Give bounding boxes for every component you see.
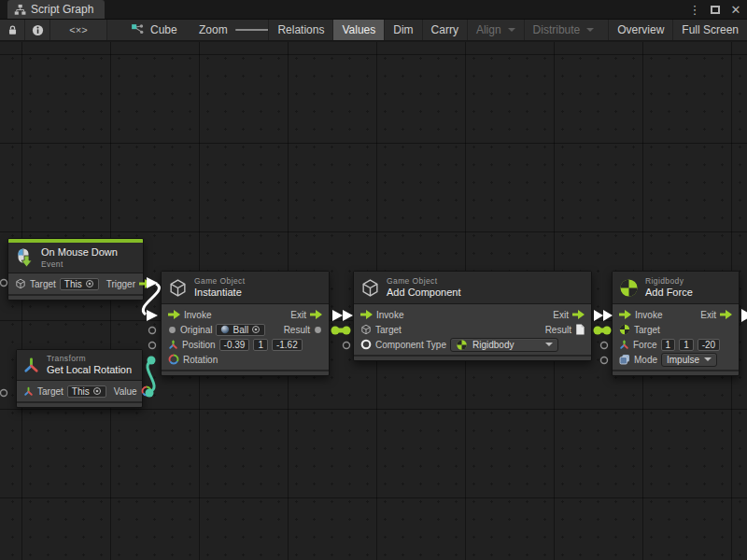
position-z-field[interactable]: -1.62 bbox=[272, 339, 303, 351]
original-value-chip[interactable]: Ball bbox=[216, 324, 265, 336]
position-y-field[interactable]: 1 bbox=[253, 339, 268, 351]
node-subtitle: Event bbox=[41, 259, 118, 270]
game-object-icon bbox=[168, 278, 188, 298]
mode-value: Impulse bbox=[667, 355, 699, 365]
component-type-value: Rigidbody bbox=[472, 340, 514, 350]
port-target-label: Target bbox=[634, 325, 660, 335]
rigidbody-icon[interactable] bbox=[619, 324, 630, 335]
port-result-label: Result bbox=[545, 325, 571, 335]
node-title: On Mouse Down bbox=[41, 246, 118, 259]
distribute-button[interactable]: Distribute bbox=[524, 20, 603, 40]
port-force-label: Force bbox=[633, 340, 657, 350]
flow-arrow-icon[interactable] bbox=[168, 310, 180, 319]
node-footer bbox=[613, 370, 739, 375]
node-footer bbox=[8, 294, 143, 300]
info-icon bbox=[32, 24, 44, 36]
force-x-field[interactable]: 1 bbox=[661, 339, 676, 351]
node-category: Game Object bbox=[387, 276, 461, 287]
game-object-icon bbox=[15, 278, 26, 289]
port-exit-label: Exit bbox=[290, 310, 306, 320]
port-rotation-label: Rotation bbox=[183, 355, 218, 365]
chevron-down-icon bbox=[704, 357, 712, 361]
overview-button[interactable]: Overview bbox=[608, 20, 672, 40]
node-add-force[interactable]: Rigidbody Add Force Invoke Exit Ta bbox=[612, 271, 740, 376]
port-value-label: Value bbox=[114, 386, 137, 397]
object-picker-icon[interactable] bbox=[92, 386, 102, 396]
object-picker-icon[interactable] bbox=[85, 279, 94, 288]
port-invoke-label: Invoke bbox=[376, 310, 403, 320]
mode-enum-icon[interactable] bbox=[619, 354, 630, 365]
chevron-down-icon bbox=[545, 343, 553, 346]
lock-button[interactable] bbox=[0, 20, 25, 40]
mouse-down-icon bbox=[14, 247, 35, 268]
game-object-icon bbox=[360, 278, 380, 298]
align-button[interactable]: Align bbox=[467, 20, 524, 40]
lock-icon bbox=[7, 24, 19, 36]
code-view-button[interactable]: <×> bbox=[50, 20, 107, 40]
chevron-down-icon bbox=[508, 28, 515, 32]
flow-arrow-icon[interactable] bbox=[720, 310, 732, 319]
script-graph-window: Script Graph ⋮ ✕ <×> bbox=[0, 0, 747, 560]
fullscreen-button[interactable]: Full Screen bbox=[672, 20, 747, 40]
inspect-button[interactable] bbox=[25, 20, 50, 40]
mode-dropdown[interactable]: Impulse bbox=[661, 353, 717, 367]
flow-arrow-icon[interactable] bbox=[139, 279, 151, 288]
target-value-chip[interactable]: This bbox=[67, 385, 106, 398]
flow-arrow-icon[interactable] bbox=[360, 310, 373, 319]
rigidbody-icon bbox=[619, 278, 639, 298]
force-z-field[interactable]: -20 bbox=[698, 339, 720, 351]
position-x-field[interactable]: -0.39 bbox=[219, 339, 250, 351]
port-mode-label: Mode bbox=[634, 355, 657, 365]
rotation-icon[interactable] bbox=[168, 354, 179, 365]
node-footer bbox=[162, 370, 329, 375]
values-button[interactable]: Values bbox=[332, 20, 384, 40]
component-type-dropdown[interactable]: Rigidbody bbox=[450, 338, 558, 352]
value-port-icon[interactable] bbox=[314, 326, 322, 334]
game-object-icon[interactable] bbox=[360, 324, 372, 335]
node-category: Transform bbox=[47, 354, 132, 364]
original-value: Ball bbox=[233, 325, 248, 335]
close-icon[interactable]: ✕ bbox=[728, 2, 743, 17]
port-trigger-label: Trigger bbox=[106, 279, 135, 289]
maximize-icon[interactable] bbox=[708, 2, 723, 17]
dim-button[interactable]: Dim bbox=[384, 20, 421, 40]
node-get-local-rotation[interactable]: Transform Get Local Rotation Target This… bbox=[16, 349, 143, 408]
carry-button[interactable]: Carry bbox=[422, 20, 467, 40]
node-category: Rigidbody bbox=[645, 276, 693, 287]
position-icon[interactable] bbox=[168, 340, 178, 350]
window-menu-icon[interactable]: ⋮ bbox=[687, 2, 702, 17]
relations-button[interactable]: Relations bbox=[268, 20, 332, 40]
node-title: Add Force bbox=[645, 287, 693, 300]
port-original-label: Original bbox=[180, 325, 212, 335]
ball-object-icon bbox=[220, 325, 230, 334]
port-exit-label: Exit bbox=[553, 310, 569, 320]
node-instantiate[interactable]: Game Object Instantiate Invoke Exit bbox=[161, 271, 330, 376]
flow-arrow-icon[interactable] bbox=[310, 310, 322, 319]
chevron-down-icon bbox=[586, 28, 594, 32]
force-vector-icon[interactable] bbox=[619, 340, 629, 350]
tab-title: Script Graph bbox=[31, 3, 93, 16]
toolbar: <×> Cube Zoom 0.8x Relations Values Dim … bbox=[0, 19, 747, 41]
rigidbody-icon bbox=[456, 339, 468, 351]
value-port-icon[interactable] bbox=[168, 326, 176, 334]
graph-hierarchy-icon bbox=[14, 4, 26, 16]
node-add-component[interactable]: Game Object Add Component Invoke Exit bbox=[353, 271, 592, 361]
flow-arrow-icon[interactable] bbox=[572, 310, 585, 319]
document-icon[interactable] bbox=[575, 324, 585, 335]
node-title: Get Local Rotation bbox=[47, 364, 132, 377]
port-exit-label: Exit bbox=[700, 310, 716, 320]
node-on-mouse-down[interactable]: On Mouse Down Event Target This Trigger bbox=[7, 238, 144, 301]
target-value-chip[interactable]: This bbox=[60, 278, 99, 290]
port-result-label: Result bbox=[284, 325, 310, 335]
node-title: Add Component bbox=[387, 287, 461, 300]
target-value: This bbox=[64, 279, 82, 289]
force-y-field[interactable]: 1 bbox=[679, 339, 694, 351]
node-footer bbox=[354, 355, 591, 360]
object-picker-icon[interactable] bbox=[251, 325, 261, 334]
transform-icon bbox=[22, 357, 40, 374]
flow-arrow-icon[interactable] bbox=[619, 310, 631, 319]
component-type-label: Component Type bbox=[375, 340, 446, 350]
type-port-icon[interactable] bbox=[360, 339, 372, 350]
rotation-icon[interactable] bbox=[141, 385, 152, 397]
tab-script-graph[interactable]: Script Graph bbox=[7, 0, 105, 19]
